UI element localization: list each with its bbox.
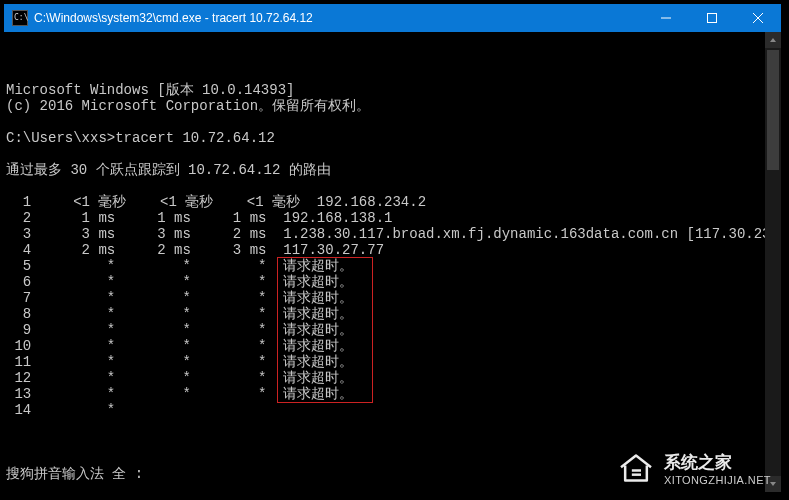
hop-line: 8 * * * 请求超时。: [6, 306, 777, 322]
hop-line: 9 * * * 请求超时。: [6, 322, 777, 338]
watermark-url: XITONGZHIJIA.NET: [664, 474, 771, 486]
prompt-line: C:\Users\xxs>tracert 10.72.64.12: [6, 130, 777, 146]
ime-status: 搜狗拼音输入法 全 :: [6, 466, 143, 482]
window-title: C:\Windows\system32\cmd.exe - tracert 10…: [34, 11, 643, 25]
terminal-output[interactable]: Microsoft Windows [版本 10.0.14393](c) 201…: [4, 32, 781, 492]
hop-line: 6 * * * 请求超时。: [6, 274, 777, 290]
hop-line: 12 * * * 请求超时。: [6, 370, 777, 386]
hop-line: 5 * * * 请求超时。: [6, 258, 777, 274]
hop-line: 7 * * * 请求超时。: [6, 290, 777, 306]
scroll-thumb[interactable]: [767, 50, 779, 170]
blank-line: [6, 178, 777, 194]
watermark-name: 系统之家: [664, 451, 771, 474]
hop-line: 13 * * * 请求超时。: [6, 386, 777, 402]
blank-line: [6, 146, 777, 162]
hop-line: 14 *: [6, 402, 777, 418]
scroll-up-button[interactable]: [765, 32, 781, 48]
cmd-window: C:\Windows\system32\cmd.exe - tracert 10…: [4, 4, 781, 492]
hop-line: 10 * * * 请求超时。: [6, 338, 777, 354]
hop-line: 2 1 ms 1 ms 1 ms 192.168.138.1: [6, 210, 777, 226]
window-titlebar[interactable]: C:\Windows\system32\cmd.exe - tracert 10…: [4, 4, 781, 32]
maximize-button[interactable]: [689, 4, 735, 32]
hop-line: 1 <1 毫秒 <1 毫秒 <1 毫秒 192.168.234.2: [6, 194, 777, 210]
hop-line: 3 3 ms 3 ms 2 ms 1.238.30.117.broad.xm.f…: [6, 226, 777, 242]
copyright-line: (c) 2016 Microsoft Corporation。保留所有权利。: [6, 98, 777, 114]
blank-line: [6, 114, 777, 130]
svg-rect-1: [708, 14, 717, 23]
banner-line: Microsoft Windows [版本 10.0.14393]: [6, 82, 777, 98]
watermark: 系统之家 XITONGZHIJIA.NET: [616, 450, 771, 486]
cmd-icon: [12, 10, 28, 26]
minimize-button[interactable]: [643, 4, 689, 32]
close-button[interactable]: [735, 4, 781, 32]
vertical-scrollbar[interactable]: [765, 32, 781, 492]
hop-line: 11 * * * 请求超时。: [6, 354, 777, 370]
hop-line: 4 2 ms 2 ms 3 ms 117.30.27.77: [6, 242, 777, 258]
trace-header: 通过最多 30 个跃点跟踪到 10.72.64.12 的路由: [6, 162, 777, 178]
house-icon: [616, 450, 656, 486]
